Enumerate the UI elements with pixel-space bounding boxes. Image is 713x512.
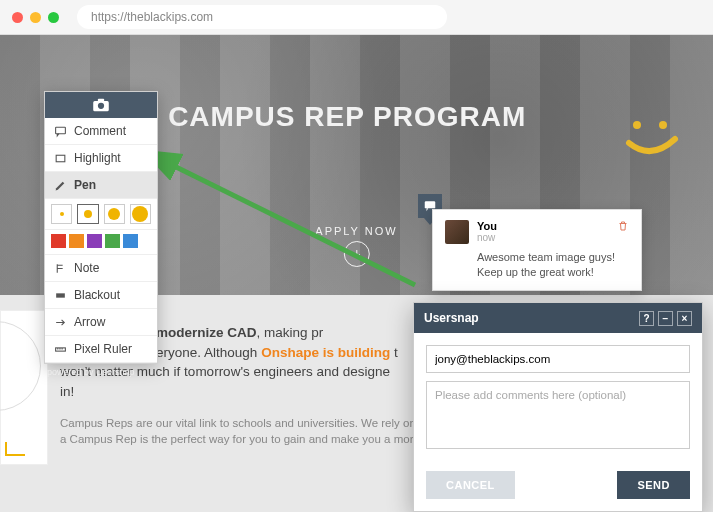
color-red[interactable] xyxy=(51,234,66,248)
tool-label: Blackout xyxy=(74,288,120,302)
usersnap-panel: Usersnap ? − × CANCEL SEND xyxy=(413,302,703,512)
hero-title-bold: CAMPUS REP PROGRAM xyxy=(168,101,526,132)
color-blue[interactable] xyxy=(123,234,138,248)
delete-comment-button[interactable] xyxy=(617,220,629,235)
svg-point-1 xyxy=(659,121,667,129)
tool-label: Pen xyxy=(74,178,96,192)
pen-size-lg[interactable] xyxy=(130,204,151,224)
maximize-window-button[interactable] xyxy=(48,12,59,23)
trash-icon xyxy=(617,220,629,232)
pen-size-row xyxy=(45,199,157,230)
tool-label: Comment xyxy=(74,124,126,138)
content-highlight: Onshape is building xyxy=(261,345,390,360)
arrow-icon xyxy=(53,316,67,329)
tool-arrow[interactable]: Arrow xyxy=(45,309,157,336)
color-orange[interactable] xyxy=(69,234,84,248)
blackout-icon xyxy=(53,289,67,302)
comments-field[interactable] xyxy=(426,381,690,449)
comment-popup: You now Awesome team image guys! Keep up… xyxy=(432,209,642,291)
cancel-button[interactable]: CANCEL xyxy=(426,471,515,499)
svg-rect-8 xyxy=(56,293,65,297)
svg-point-4 xyxy=(98,103,104,109)
pen-size-sm[interactable] xyxy=(77,204,98,224)
comment-body: Awesome team image guys! Keep up the gre… xyxy=(477,250,629,280)
email-field[interactable] xyxy=(426,345,690,373)
minimize-window-button[interactable] xyxy=(30,12,41,23)
hero-title: PE CAMPUS REP PROGRAM xyxy=(120,101,526,133)
usersnap-close-button[interactable]: × xyxy=(677,311,692,326)
url-bar[interactable]: https://theblackips.com xyxy=(77,5,447,29)
left-widget xyxy=(0,310,48,465)
toolbar-header xyxy=(45,92,157,118)
powered-by-label: powered by Usersnap xyxy=(45,363,135,377)
tool-pixel-ruler[interactable]: Pixel Ruler xyxy=(45,336,157,363)
usersnap-title-label: Usersnap xyxy=(424,311,479,325)
usersnap-minimize-button[interactable]: − xyxy=(658,311,673,326)
tool-blackout[interactable]: Blackout xyxy=(45,282,157,309)
tool-note[interactable]: Note xyxy=(45,255,157,282)
apply-now-label: APPLY NOW xyxy=(315,225,397,237)
camera-icon xyxy=(91,98,111,112)
tool-highlight[interactable]: Highlight xyxy=(45,145,157,172)
svg-rect-5 xyxy=(98,99,104,102)
usersnap-help-button[interactable]: ? xyxy=(639,311,654,326)
browser-chrome: https://theblackips.com xyxy=(0,0,713,35)
tool-label: Arrow xyxy=(74,315,105,329)
color-green[interactable] xyxy=(105,234,120,248)
tool-comment[interactable]: Comment xyxy=(45,118,157,145)
pen-color-row xyxy=(45,230,157,255)
content-bold: modernize CAD xyxy=(156,325,257,340)
note-icon xyxy=(53,262,67,275)
pen-drawing-smiley xyxy=(623,115,683,165)
send-button[interactable]: SEND xyxy=(617,471,690,499)
tool-label: Note xyxy=(74,261,99,275)
svg-point-0 xyxy=(633,121,641,129)
svg-rect-6 xyxy=(55,127,65,134)
tool-pen[interactable]: Pen xyxy=(45,172,157,199)
color-purple[interactable] xyxy=(87,234,102,248)
svg-rect-10 xyxy=(425,201,436,208)
ruler-icon xyxy=(53,343,67,356)
apply-now-button[interactable]: APPLY NOW xyxy=(315,225,397,267)
comment-icon xyxy=(53,125,67,138)
content-text: , making pr xyxy=(257,325,324,340)
highlight-icon xyxy=(53,152,67,165)
annotation-toolbar: Comment Highlight Pen Note xyxy=(44,91,158,364)
content-text: t xyxy=(390,345,398,360)
traffic-lights xyxy=(12,12,59,23)
svg-rect-7 xyxy=(56,155,65,162)
down-arrow-icon xyxy=(343,241,369,267)
tool-label: Highlight xyxy=(74,151,121,165)
tool-label: Pixel Ruler xyxy=(74,342,132,356)
avatar xyxy=(445,220,469,244)
comment-author: You xyxy=(477,220,609,232)
usersnap-titlebar: Usersnap ? − × xyxy=(414,303,702,333)
content-text: in! xyxy=(60,384,74,399)
pen-icon xyxy=(53,179,67,192)
comment-time: now xyxy=(477,232,609,243)
close-window-button[interactable] xyxy=(12,12,23,23)
pen-size-md[interactable] xyxy=(104,204,125,224)
pen-size-xs[interactable] xyxy=(51,204,72,224)
